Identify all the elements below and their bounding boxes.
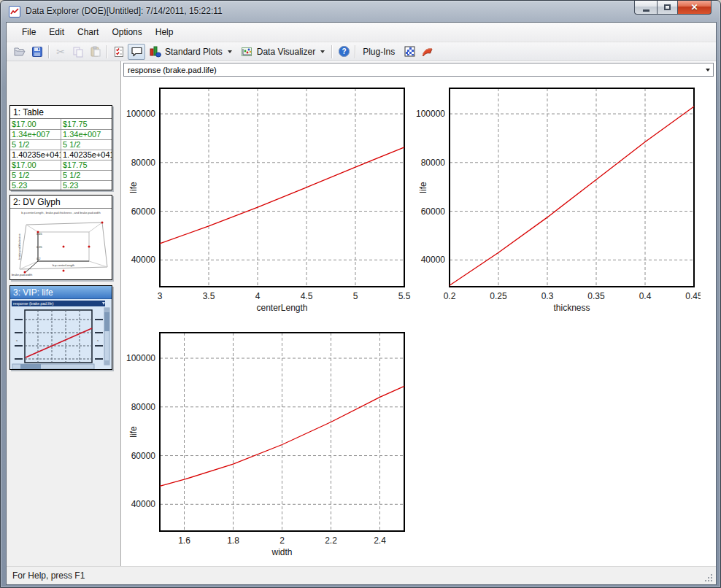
standard-plots-icon xyxy=(150,46,161,58)
comment-toggle-button[interactable] xyxy=(128,44,145,60)
status-bar: For Help, press F1 xyxy=(7,566,716,584)
menu-bar: File Edit Chart Options Help xyxy=(7,23,716,42)
cell: $17.75 xyxy=(61,119,112,129)
cell: 5 1/2 xyxy=(10,170,61,180)
maximize-icon xyxy=(664,4,671,10)
menu-file[interactable]: File xyxy=(15,24,42,40)
menu-edit[interactable]: Edit xyxy=(42,24,71,40)
svg-text:0.2: 0.2 xyxy=(36,257,41,260)
maximize-button[interactable] xyxy=(657,1,678,15)
table-row: 5.235.23 xyxy=(10,180,112,190)
dv-glyph-plot: b.p.centerLength brake.pad.thickness bra… xyxy=(10,214,112,277)
table-row: $17.00$17.75 xyxy=(10,160,112,170)
response-combobox[interactable]: response (brake.pad.life) xyxy=(123,63,714,77)
svg-text:0.35: 0.35 xyxy=(36,245,43,249)
svg-text:0.3: 0.3 xyxy=(541,291,554,301)
data-visualizer-label: Data Visualizer xyxy=(257,47,315,57)
svg-text:life: life xyxy=(128,182,139,193)
checklist-button[interactable] xyxy=(110,44,128,60)
svg-text:centerLength: centerLength xyxy=(256,303,307,313)
mini-table: $17.00$17.75 1.34e+0071.34e+007 5 1/25 1… xyxy=(10,119,112,190)
mini-combo-text: response (brake.pad.life) xyxy=(13,301,54,306)
flag-button[interactable] xyxy=(418,44,436,60)
client-area: File Edit Chart Options Help xyxy=(7,23,716,584)
svg-text:width: width xyxy=(271,547,292,557)
table-row: 1.34e+0071.34e+007 xyxy=(10,129,112,139)
svg-text:60000: 60000 xyxy=(421,206,446,217)
thumbnail-table[interactable]: 1: Table $17.00$17.75 1.34e+0071.34e+007… xyxy=(9,105,112,190)
chart-centerlength[interactable]: 33.544.555.5400006000080000100000centerL… xyxy=(125,81,411,322)
workspace: 1: Table $17.00$17.75 1.34e+0071.34e+007… xyxy=(7,61,716,566)
svg-text:0.25: 0.25 xyxy=(490,291,507,301)
svg-text:3.5: 3.5 xyxy=(203,291,215,301)
cell: 1.34e+007 xyxy=(61,129,112,139)
resize-grip[interactable] xyxy=(703,573,714,583)
data-visualizer-button[interactable]: Data Visualizer xyxy=(236,45,329,59)
save-button[interactable] xyxy=(28,44,46,60)
svg-text:100000: 100000 xyxy=(416,109,445,119)
svg-text:life: life xyxy=(418,182,428,193)
cell: $17.00 xyxy=(10,119,61,129)
cut-button[interactable]: ✂ xyxy=(52,44,69,60)
table-row: $17.00$17.75 xyxy=(10,119,112,129)
close-icon: ✕ xyxy=(690,2,698,12)
svg-text:40000: 40000 xyxy=(131,499,156,509)
svg-text:3: 3 xyxy=(158,291,163,301)
thumbnail-table-title: 1: Table xyxy=(10,106,112,119)
menu-chart[interactable]: Chart xyxy=(71,24,105,40)
thumbnail-vip-life-title: 3: VIP: life xyxy=(10,286,112,299)
cell: 1.40235e+041 xyxy=(61,150,112,160)
svg-text:0.45: 0.45 xyxy=(36,232,43,236)
cell: $17.00 xyxy=(10,160,61,170)
flag-icon xyxy=(421,46,433,58)
help-icon: ? xyxy=(338,45,350,58)
svg-text:2: 2 xyxy=(279,535,285,546)
paste-button[interactable] xyxy=(87,44,104,60)
menu-help[interactable]: Help xyxy=(149,24,180,40)
svg-text:2.2: 2.2 xyxy=(325,535,337,546)
chart-thickness[interactable]: 0.20.250.30.350.40.454000060000800001000… xyxy=(415,81,701,322)
thumbnail-dv-glyph[interactable]: 2: DV Glyph b.p.centerLength , brake.pad… xyxy=(9,195,112,280)
toolbar-separator xyxy=(107,45,108,58)
glyph-xlabel: b.p.centerLength xyxy=(53,263,74,267)
data-visualizer-icon xyxy=(241,46,253,58)
open-button[interactable] xyxy=(11,44,28,60)
svg-text:2.4: 2.4 xyxy=(374,535,386,546)
chart-width[interactable]: 1.61.822.22.4400006000080000100000widthl… xyxy=(125,325,411,566)
title-bar[interactable]: Data Explorer (DOE)[Untitled]: 7/14/2011… xyxy=(1,1,720,23)
combobox-dropdown-arrow[interactable] xyxy=(701,63,713,76)
minimize-button[interactable] xyxy=(634,1,657,15)
app-window: Data Explorer (DOE)[Untitled]: 7/14/2011… xyxy=(0,0,721,588)
svg-text:1.8: 1.8 xyxy=(227,535,239,546)
open-icon xyxy=(14,46,26,58)
standard-plots-button[interactable]: Standard Plots xyxy=(145,45,236,59)
menu-options[interactable]: Options xyxy=(105,24,148,40)
svg-text:40000: 40000 xyxy=(131,255,156,265)
thumbnail-vip-life[interactable]: 3: VIP: life response (brake.pad.life) xyxy=(9,285,112,370)
close-button[interactable]: ✕ xyxy=(678,1,712,15)
response-combobox-value: response (brake.pad.life) xyxy=(124,66,701,74)
plugins-grid-button[interactable] xyxy=(401,44,418,60)
toolbar: ✂ xyxy=(7,42,716,61)
vip-life-mini-view: response (brake.pad.life) xyxy=(10,299,112,370)
cell: 5.23 xyxy=(61,180,112,190)
cell: 5 1/2 xyxy=(61,139,112,150)
plugins-grid-icon xyxy=(404,46,415,57)
chevron-down-icon xyxy=(320,50,325,53)
cell: 5.23 xyxy=(10,180,61,190)
copy-button[interactable] xyxy=(69,44,87,60)
chevron-down-icon xyxy=(228,50,232,53)
svg-text:1.6: 1.6 xyxy=(178,535,190,546)
toolbar-separator xyxy=(48,45,50,58)
table-row: 5 1/25 1/2 xyxy=(10,139,112,150)
thumbnail-sidebar: 1: Table $17.00$17.75 1.34e+0071.34e+007… xyxy=(7,61,121,566)
help-button[interactable]: ? xyxy=(335,44,352,60)
svg-text:100000: 100000 xyxy=(126,109,155,119)
comment-icon xyxy=(131,46,143,58)
svg-text:80000: 80000 xyxy=(131,158,156,168)
svg-text:100000: 100000 xyxy=(126,353,155,363)
copy-icon xyxy=(72,46,84,58)
glyph-ylabel: brake.pad.thickness xyxy=(18,233,21,260)
cell: 5 1/2 xyxy=(10,139,61,150)
window-title: Data Explorer (DOE)[Untitled]: 7/14/2011… xyxy=(26,1,223,22)
